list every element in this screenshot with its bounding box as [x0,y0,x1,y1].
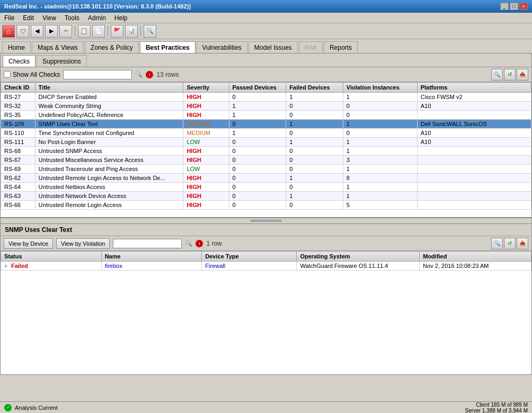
subtab-checks[interactable]: Checks [3,55,36,67]
cell-modified: Nov 2, 2016 10:08:23 AM [420,262,531,271]
table-row[interactable]: RS-64 Untrusted Netbios Access HIGH 0 0 … [1,183,531,192]
cell-platforms: A10 [417,102,531,111]
lower-btn-1[interactable]: 🔍 [491,238,503,249]
view-by-device-button[interactable]: View by Device [4,238,53,249]
col-header-name[interactable]: Name [101,252,202,262]
upper-table-wrapper[interactable]: Check ID Title Severity Passed Devices F… [1,82,531,217]
upper-search-input[interactable] [63,70,132,79]
status-left: ✓ Analysis Current [4,404,58,411]
toolbar-back-button[interactable]: ◀ [31,25,43,38]
menu-admin[interactable]: Admin [86,14,108,22]
col-header-failed[interactable]: Failed Devices [286,83,343,93]
col-header-severity[interactable]: Severity [183,83,229,93]
expand-icon[interactable]: + [4,263,7,269]
tab-reports[interactable]: Reports [324,41,358,53]
table-row[interactable]: RS-67 Untrusted Miscellaneous Service Ac… [1,156,531,165]
table-row[interactable]: RS-62 Untrusted Remote Login Access to N… [1,174,531,183]
lower-table-wrapper[interactable]: Status Name Device Type Operating System… [1,251,531,374]
table-row[interactable]: RS-27 DHCP Server Enabled HIGH 0 1 1 Cis… [1,93,531,102]
main-toolbar: ⌂ 🛡 ◀ ▶ ✏ 📋 📄 🚩 📊 🔍 [0,23,532,39]
col-header-status[interactable]: Status [1,252,102,262]
tab-vulnerabilities[interactable]: Vulnerabilities [197,41,247,53]
table-row[interactable]: RS-109 SNMP Uses Clear Text MEDIUM 0 1 1… [1,120,531,129]
cell-title: Untrusted Network Device Access [35,192,183,201]
cell-severity: HIGH [183,156,229,165]
tab-best-practices[interactable]: Best Practices [140,41,196,53]
toolbar-home-button[interactable]: ⌂ [2,25,15,38]
toolbar-search-button[interactable]: 🔍 [144,25,156,38]
cell-platforms [417,165,531,174]
table-row[interactable]: RS-35 Undefined Policy/ACL Reference HIG… [1,111,531,120]
cell-failed: 0 [286,183,343,192]
cell-severity: HIGH [183,93,229,102]
subtab-suppressions[interactable]: Suppressions [37,55,87,67]
upper-btn-1[interactable]: 🔍 [491,69,503,80]
upper-row-count: 13 rows [156,71,179,78]
table-row[interactable]: RS-66 Untrusted Remote Login Access HIGH… [1,201,531,210]
tab-home[interactable]: Home [2,41,31,53]
table-row[interactable]: RS-68 Untrusted SNMP Access HIGH 0 0 1 [1,147,531,156]
table-row[interactable]: RS-32 Weak Community String HIGH 1 0 0 A… [1,102,531,111]
col-header-violations[interactable]: Violation Instances [343,83,417,93]
table-row[interactable]: RS-111 No Post-Login Banner LOW 0 1 1 A1… [1,138,531,147]
lower-btn-2[interactable]: ↺ [504,238,516,249]
lower-table-buttons: 🔍 ↺ 📤 [491,238,528,249]
cell-passed: 0 [229,192,286,201]
cell-platforms: Dell SonicWALL SonicOS [417,120,531,129]
tab-maps-views[interactable]: Maps & Views [32,41,84,53]
menu-help[interactable]: Help [112,14,130,22]
cell-check-id: RS-110 [1,129,36,138]
maximize-button[interactable]: □ [510,3,518,10]
col-header-modified[interactable]: Modified [420,252,531,262]
lower-btn-3[interactable]: 📤 [517,238,528,249]
toolbar-shield-button[interactable]: 🛡 [16,25,29,38]
toolbar-forward-button[interactable]: ▶ [45,25,58,38]
col-header-check-id[interactable]: Check ID [1,83,36,93]
menu-file[interactable]: File [2,14,16,22]
table-row[interactable]: RS-69 Untrusted Traceroute and Ping Acce… [1,165,531,174]
toolbar-report2-button[interactable]: 📄 [92,25,105,38]
col-header-platforms[interactable]: Platforms [417,83,531,93]
divider[interactable] [1,218,531,223]
tab-zones-policy[interactable]: Zones & Policy [85,41,139,53]
toolbar-report1-button[interactable]: 📋 [78,25,91,38]
menu-view[interactable]: View [40,14,58,22]
upper-btn-2[interactable]: ↺ [504,69,516,80]
cell-severity: HIGH [183,192,229,201]
toolbar-chart-button[interactable]: 📊 [125,25,138,38]
cell-failed: 0 [286,156,343,165]
view-by-violation-button[interactable]: View by Violation [56,238,110,249]
upper-table: Check ID Title Severity Passed Devices F… [1,82,531,210]
show-all-checkbox[interactable] [4,71,11,78]
tab-risk[interactable]: Risk [299,41,323,53]
device-name-link[interactable]: firebox [105,263,122,269]
col-header-device-type[interactable]: Device Type [202,252,297,262]
cell-violations: 1 [343,183,417,192]
toolbar-flag-button[interactable]: 🚩 [111,25,123,38]
col-header-title[interactable]: Title [35,83,183,93]
tab-model-issues[interactable]: Model Issues [249,41,298,53]
cell-title: Weak Community String [35,102,183,111]
cell-check-id: RS-111 [1,138,36,147]
cell-violations: 1 [343,138,417,147]
cell-failed: 1 [286,120,343,129]
lower-search-input[interactable] [113,239,182,248]
table-row[interactable]: RS-110 Time Synchronization not Configur… [1,129,531,138]
show-all-label[interactable]: Show All Checks [4,71,60,78]
col-header-os[interactable]: Operating System [297,252,420,262]
menu-edit[interactable]: Edit [21,14,36,22]
upper-table-buttons: 🔍 ↺ 📤 [491,69,528,80]
cell-severity: HIGH [183,102,229,111]
analysis-status: Analysis Current [15,405,58,411]
close-button[interactable]: × [519,3,528,10]
upper-btn-3[interactable]: 📤 [517,69,528,80]
table-row[interactable]: + Failed firebox Firewall WatchGuard Fir… [1,262,531,271]
cell-platforms [417,147,531,156]
toolbar-edit-button[interactable]: ✏ [59,25,72,38]
table-row[interactable]: RS-63 Untrusted Network Device Access HI… [1,192,531,201]
cell-platforms [417,201,531,210]
col-header-passed[interactable]: Passed Devices [229,83,286,93]
menu-tools[interactable]: Tools [63,14,82,22]
minimize-button[interactable]: _ [500,3,509,10]
cell-passed: 0 [229,120,286,129]
